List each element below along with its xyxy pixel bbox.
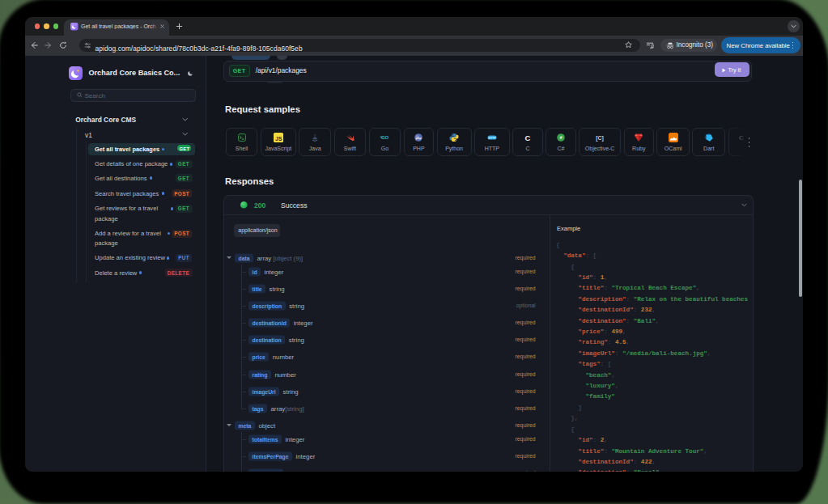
svg-text:HTTP: HTTP xyxy=(488,136,496,139)
svg-text:[C]: [C] xyxy=(596,134,603,141)
svg-text:JS: JS xyxy=(275,136,282,142)
svg-text:C: C xyxy=(525,133,531,142)
svg-text:php: php xyxy=(416,136,422,139)
